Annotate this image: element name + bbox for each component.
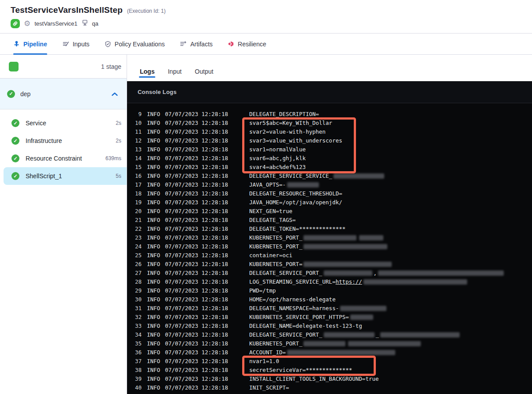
redacted-value (359, 235, 383, 240)
log-level: INFO (147, 270, 161, 276)
console-panel: Console Logs 9INFO07/07/2023 12:28:18DEL… (127, 81, 532, 394)
log-line-number: 20 (127, 208, 142, 214)
redacted-value (303, 341, 345, 346)
log-message: secretServiceVar=************** (249, 367, 352, 373)
log-timestamp: 07/07/2023 12:28:18 (165, 128, 228, 135)
log-level: INFO (147, 384, 161, 391)
log-message: INSTALL_CLIENT_TOOLS_IN_BACKGROUND=true (249, 375, 379, 382)
log-line-number: 27 (127, 270, 142, 276)
log-message: DELEGATE_TAGS= (249, 217, 296, 223)
log-list[interactable]: 9INFO07/07/2023 12:28:18DELEGATE_DESCRIP… (127, 103, 532, 392)
step-label: ShellScript_1 (26, 173, 109, 180)
tab-resilience[interactable]: Resilience (228, 34, 266, 54)
tab-artifacts[interactable]: Artifacts (180, 34, 213, 54)
log-line-10: 10INFO07/07/2023 12:28:18svar5$abc=Key_W… (127, 118, 532, 127)
log-timestamp: 07/07/2023 12:28:18 (165, 111, 228, 117)
log-message: svar4=abc%def%123 (249, 164, 306, 170)
log-message: DELEGATE_NAMESPACE=harness- (249, 305, 388, 311)
tab-policy-evaluations-label: Policy Evaluations (115, 41, 165, 48)
log-timestamp: 07/07/2023 12:28:18 (165, 340, 228, 347)
log-line-20: 20INFO07/07/2023 12:28:18NEXT_GEN=true (127, 206, 532, 215)
log-timestamp: 07/07/2023 12:28:18 (165, 252, 228, 259)
tab-artifacts-label: Artifacts (190, 41, 213, 48)
log-message: KUBERNETES_PORT_ (249, 234, 385, 241)
log-timestamp: 07/07/2023 12:28:18 (165, 181, 228, 188)
redacted-value (303, 262, 392, 267)
inputs-icon (62, 41, 69, 47)
tab-policy-evaluations[interactable]: Policy Evaluations (105, 34, 165, 54)
redacted-value (363, 279, 467, 285)
step-label: Service (26, 120, 109, 127)
log-line-24: 24INFO07/07/2023 12:28:18KUBERNETES_PORT… (127, 242, 532, 251)
redacted-value (340, 306, 386, 311)
log-message: PWD=/tmp (249, 287, 276, 294)
stage-summary-row: 1 stage (0, 55, 127, 79)
log-timestamp: 07/07/2023 12:28:18 (165, 384, 228, 391)
redacted-value (287, 182, 319, 188)
log-level: INFO (147, 199, 161, 206)
tab-inputs[interactable]: Inputs (62, 34, 90, 54)
redacted-value (380, 332, 460, 338)
log-line-29: 29INFO07/07/2023 12:28:18PWD=/tmp (127, 286, 532, 295)
log-line-number: 39 (127, 375, 142, 382)
log-timestamp: 07/07/2023 12:28:18 (165, 375, 228, 382)
tab-output[interactable]: Output (195, 68, 214, 81)
log-link[interactable]: https:// (336, 278, 362, 285)
step-label: Infrastructure (26, 137, 109, 144)
log-level: INFO (147, 181, 161, 188)
log-line-11: 11INFO07/07/2023 12:28:18svar2=value-wit… (127, 127, 532, 136)
log-timestamp: 07/07/2023 12:28:18 (165, 358, 228, 364)
redacted-value (303, 244, 387, 249)
log-line-number: 31 (127, 305, 142, 311)
step-duration: 639ms (105, 155, 121, 161)
tab-logs-label: Logs (140, 68, 154, 75)
log-message: KUBERNETES_PORT_ (249, 340, 422, 347)
log-message: JAVA_OPTS=- (249, 181, 320, 188)
log-message: DELEGATE_SERVICE_PORT__ (249, 331, 461, 338)
execution-header: TestServiceVarsInShellStep (Execution Id… (0, 0, 532, 34)
log-line-number: 29 (127, 287, 142, 294)
log-message: svar5$abc=Key_WIth_Dollar (249, 120, 332, 126)
step-row-service[interactable]: ✓Service2s (0, 114, 127, 132)
log-timestamp: 07/07/2023 12:28:18 (165, 217, 228, 223)
main-tab-bar: Pipeline Inputs Policy Evaluations (0, 34, 532, 55)
log-line-15: 15INFO07/07/2023 12:28:18svar4=abc%def%1… (127, 162, 532, 171)
log-message: DELEGATE_DESCRIPTION= (249, 111, 319, 117)
step-row-infrastructure[interactable]: ✓Infrastructure2s (0, 132, 127, 150)
service-name[interactable]: testVarsService1 (34, 20, 77, 27)
tab-pipeline[interactable]: Pipeline (13, 34, 47, 54)
log-timestamp: 07/07/2023 12:28:18 (165, 314, 228, 320)
redacted-value (378, 270, 504, 276)
log-level: INFO (147, 331, 161, 338)
page-title: TestServiceVarsInShellStep (11, 5, 123, 15)
log-level: INFO (147, 155, 161, 161)
step-row-shellscript-1[interactable]: ✓ShellScript_15s (4, 167, 127, 185)
environment-name[interactable]: qa (92, 20, 98, 27)
log-message: svar6=abc,ghj,klk (249, 155, 306, 161)
log-level: INFO (147, 358, 161, 364)
log-line-number: 16 (127, 173, 142, 179)
log-message: HOME=/opt/harness-delegate (249, 296, 336, 303)
log-line-number: 22 (127, 225, 142, 232)
log-message: DELEGATE_TOKEN=************** (249, 225, 345, 232)
app-window: TestServiceVarsInShellStep (Execution Id… (0, 0, 532, 394)
list-plus-icon (180, 41, 187, 47)
log-line-36: 36INFO07/07/2023 12:28:18ACCOUNT_ID= (127, 348, 532, 356)
log-line-number: 13 (127, 146, 142, 153)
log-level: INFO (147, 261, 161, 267)
redacted-value (324, 270, 372, 276)
tab-input[interactable]: Input (168, 68, 181, 81)
tab-logs[interactable]: Logs (140, 68, 154, 81)
log-line-number: 35 (127, 340, 142, 347)
chevron-up-icon[interactable] (112, 90, 118, 98)
log-message: JAVA_HOME=/opt/java/openjdk/ (249, 199, 342, 206)
log-level: INFO (147, 367, 161, 373)
log-line-number: 15 (127, 164, 142, 170)
log-line-19: 19INFO07/07/2023 12:28:18JAVA_HOME=/opt/… (127, 198, 532, 206)
stage-group-dep[interactable]: ✓ dep (0, 79, 127, 109)
service-link-icon (11, 19, 20, 28)
log-level: INFO (147, 252, 161, 259)
step-row-resource-constraint[interactable]: ✓Resource Constraint639ms (0, 150, 127, 167)
log-level: INFO (147, 137, 161, 144)
console-logs-header[interactable]: Console Logs (127, 81, 532, 103)
